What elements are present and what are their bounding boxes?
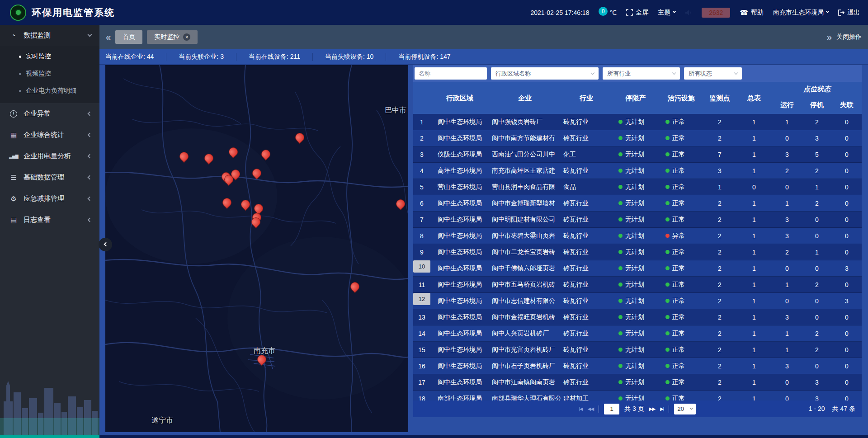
close-operations-button[interactable]: 关闭操作: [836, 33, 862, 41]
table-row[interactable]: 7阆中生态环境局阆中明阳建材有限公司砖瓦行业无计划正常21300: [413, 212, 862, 228]
tab-label: 首页: [123, 33, 135, 41]
theme-dropdown[interactable]: 主题: [658, 9, 675, 17]
tab-home[interactable]: 首页: [115, 30, 142, 44]
status-select[interactable]: 所有状态: [684, 67, 742, 80]
table-row[interactable]: 2阆中生态环境局阆中市南方节能建材有砖瓦行业无计划正常21030: [413, 130, 862, 146]
table-row[interactable]: 5营山生态环境局营山县润丰肉食品有限食品无计划正常10010: [413, 179, 862, 195]
table-row[interactable]: 11阆中生态环境局阆中市五马桥页岩机砖砖瓦行业无计划正常21120: [413, 277, 862, 293]
prev-page-button[interactable]: ◀◀: [588, 406, 594, 411]
tabs-scroll-left-icon[interactable]: «: [106, 33, 111, 42]
status-dot-icon: [618, 152, 623, 156]
tab-realtime-monitor[interactable]: 实时监控 ×: [147, 30, 198, 44]
sidebar-item[interactable]: !企业异常: [0, 103, 99, 124]
first-page-button[interactable]: |◀: [579, 406, 583, 411]
cell-company: 南充市高坪区王家店建: [489, 163, 561, 179]
logout-icon: [838, 9, 844, 16]
cell-company: 阆中市二龙长宝页岩砖: [489, 244, 561, 260]
app-title: 环保用电监管系统: [32, 6, 115, 19]
table-row[interactable]: 15阆中生态环境局阆中市光富页岩机砖厂砖瓦行业无计划正常21120: [413, 342, 862, 358]
cell-company: 南部县瑞华大理石有限公: [489, 391, 561, 400]
table-row[interactable]: 13阆中生态环境局阆中市金福旺页岩机砖砖瓦行业无计划正常21300: [413, 309, 862, 325]
cell-total-meters: 1: [736, 391, 772, 400]
sidebar-menu: ◔数据监测实时监控视频监控企业电力负荷明细!企业异常▦企业综合统计▂▅▇企业用电…: [0, 25, 99, 231]
alarm-count-badge[interactable]: 2632: [702, 8, 730, 18]
industry-select[interactable]: 所有行业: [603, 67, 680, 80]
log-icon: ▤: [9, 216, 18, 224]
sidebar-item[interactable]: ☰基础数据管理: [0, 167, 99, 188]
cell-region: 营山生态环境局: [430, 179, 489, 195]
table-row[interactable]: 16阆中生态环境局阆中市石子页岩机砖厂砖瓦行业无计划正常21300: [413, 358, 862, 374]
sidebar-item[interactable]: ▤日志查看: [0, 209, 99, 231]
speaker-button[interactable]: [685, 9, 692, 16]
stat-item: 当前失联设备: 10: [312, 53, 386, 61]
cell-stopped: 2: [802, 114, 832, 130]
pagination-bar: |◀ ◀◀ 共 3 页 ▶▶ ▶| 20 1 - 20 共 47: [413, 400, 862, 417]
sidebar-item[interactable]: ▂▅▇企业用电量分析: [0, 146, 99, 167]
gear-icon: ⚙: [9, 195, 18, 203]
sidebar-subitem[interactable]: 视频监控: [0, 65, 99, 82]
table-row[interactable]: 17阆中生态环境局阆中市江南镇阆南页岩砖瓦行业无计划正常21030: [413, 374, 862, 391]
last-page-button[interactable]: ▶|: [660, 406, 664, 411]
map-panel[interactable]: 巴中市南充市遂宁市: [105, 65, 408, 432]
table-row[interactable]: 18南部生态环境局南部县瑞华大理石有限公建材加工无计划正常21030: [413, 391, 862, 400]
sidebar-item-label: 数据监测: [24, 31, 51, 40]
sidebar-item[interactable]: ◔数据监测: [0, 25, 99, 46]
fullscreen-button[interactable]: 全屏: [626, 9, 648, 17]
cell-company: 阆中明阳建材有限公司: [489, 212, 561, 227]
cell-monitor-points: 2: [703, 130, 736, 146]
org-dropdown[interactable]: 南充市生态环境局: [773, 9, 829, 17]
cell-company: 阆中市南方节能建材有: [489, 130, 561, 146]
next-page-button[interactable]: ▶▶: [649, 406, 655, 411]
cell-company: 阆中市金博瑞新型墙材: [489, 195, 561, 211]
cell-monitor-points: 2: [703, 244, 736, 260]
cell-facility-status: 异常: [659, 228, 703, 244]
cell-stopped: 2: [802, 195, 832, 211]
cell-region: 阆中生态环境局: [430, 342, 489, 358]
cell-stopped: 2: [802, 325, 832, 341]
logout-button[interactable]: 退出: [838, 9, 860, 17]
chevron-down-icon: [88, 33, 92, 37]
fullscreen-label: 全屏: [636, 9, 648, 17]
range-text: 1 - 20: [809, 405, 825, 413]
cell-stopped: 1: [802, 244, 832, 260]
status-dot-icon: [618, 217, 623, 221]
cell-total-meters: 1: [736, 277, 772, 292]
table-row[interactable]: 14阆中生态环境局阆中大兴页岩机砖厂砖瓦行业无计划正常21120: [413, 325, 862, 342]
cell-monitor-points: 2: [703, 212, 736, 227]
help-button[interactable]: ☎ 帮助: [740, 9, 764, 17]
table-row[interactable]: 10阆中生态环境局阆中千佛镇六郎垭页岩砖瓦行业无计划正常21003: [413, 260, 862, 277]
map-collapse-button[interactable]: [99, 238, 112, 251]
cell-stopped: 3: [802, 374, 832, 390]
sidebar-item[interactable]: ⚙应急减排管理: [0, 188, 99, 209]
table-row[interactable]: 4高坪生态环境局南充市高坪区王家店建砖瓦行业无计划正常31220: [413, 163, 862, 179]
cell-facility-status: 正常: [659, 309, 703, 325]
sidebar-item[interactable]: ▦企业综合统计: [0, 124, 99, 146]
table-row[interactable]: 6阆中生态环境局阆中市金博瑞新型墙材砖瓦行业无计划正常21120: [413, 195, 862, 212]
stat-item: 当前停机设备: 147: [386, 53, 462, 61]
table-row[interactable]: 9阆中生态环境局阆中市二龙长宝页岩砖砖瓦行业无计划正常21210: [413, 244, 862, 260]
cell-monitor-points: 7: [703, 146, 736, 162]
page-size-select[interactable]: 20: [674, 404, 696, 414]
sidebar-subitem[interactable]: 企业电力负荷明细: [0, 82, 99, 99]
table-row[interactable]: 1阆中生态环境局阆中强锐页岩砖厂砖瓦行业无计划正常21120: [413, 114, 862, 130]
close-tab-icon[interactable]: ×: [183, 33, 190, 41]
cell-monitor-points: 2: [703, 277, 736, 292]
name-filter-input[interactable]: [415, 67, 487, 80]
cell-stopped: 0: [802, 212, 832, 227]
cell-offline: 0: [832, 277, 862, 292]
stats-icon: ▦: [9, 131, 18, 139]
sidebar-item-label: 企业异常: [24, 109, 51, 118]
table-row[interactable]: 12阆中生态环境局阆中市忠信建材有限公砖瓦行业无计划正常21003: [413, 293, 862, 309]
sidebar-subitem[interactable]: 实时监控: [0, 48, 99, 65]
datetime-label: 2021-02-25 17:46:18: [530, 9, 589, 16]
table-row[interactable]: 8阆中生态环境局阆中市枣碧大梁山页岩砖瓦行业无计划异常21300: [413, 228, 862, 244]
cell-limit-status: 无计划: [612, 277, 659, 292]
map-city-label: 南充市: [254, 346, 275, 356]
tabs-scroll-right-icon[interactable]: »: [827, 33, 832, 42]
page-number-input[interactable]: [604, 404, 619, 414]
cell-limit-status: 无计划: [612, 309, 659, 325]
cell-limit-status: 无计划: [612, 146, 659, 162]
region-select[interactable]: 行政区域名称: [491, 67, 599, 80]
table-row[interactable]: 3仪陇生态环境局西南油气田分公司川中化工无计划正常71350: [413, 146, 862, 163]
cell-total-meters: 1: [736, 195, 772, 211]
